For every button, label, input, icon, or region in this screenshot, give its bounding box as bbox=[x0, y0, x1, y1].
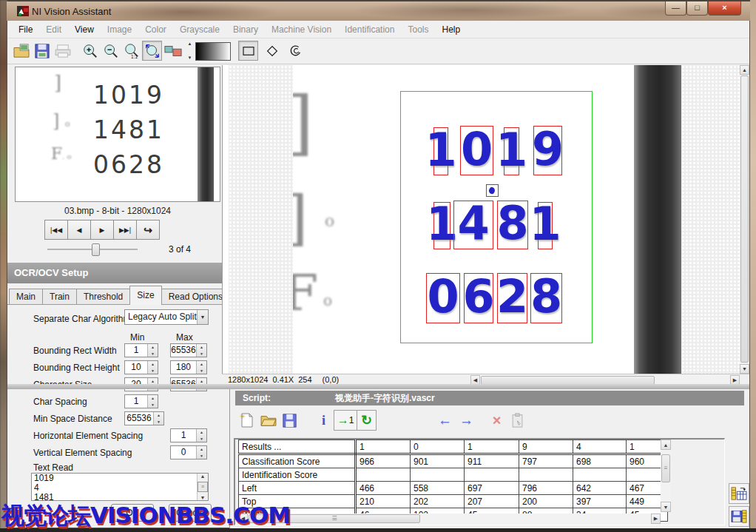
scroll-up-button[interactable]: ▲ bbox=[661, 440, 671, 450]
value: 180 bbox=[171, 361, 196, 374]
tab-train[interactable]: Train bbox=[42, 289, 77, 305]
char-box: 1 bbox=[504, 127, 519, 175]
scroll-down-button[interactable]: ▼ bbox=[661, 502, 671, 512]
tab-size[interactable]: Size bbox=[129, 286, 161, 305]
zoom-1-1-button[interactable]: 1:1 bbox=[121, 41, 141, 61]
roi-annulus-button[interactable] bbox=[286, 41, 306, 61]
menu-grayscale: Grayscale bbox=[173, 22, 226, 37]
run-loop-button[interactable]: ↻ bbox=[357, 410, 377, 431]
image-display-button[interactable] bbox=[163, 41, 183, 61]
palette-stepper[interactable]: ▲ ▼ bbox=[186, 41, 194, 60]
stepper-icon[interactable]: ▲▼ bbox=[153, 412, 163, 425]
scroll-up-button[interactable]: ▲ bbox=[740, 65, 749, 75]
image-horizontal-scrollbar[interactable]: ◀ ▶ bbox=[470, 374, 740, 385]
run-once-button[interactable]: → 1 bbox=[334, 410, 357, 431]
char-box: 0 bbox=[460, 126, 493, 175]
stepper-icon[interactable]: ▲▼ bbox=[196, 446, 206, 459]
stepper-icon[interactable]: ▲▼ bbox=[196, 344, 206, 357]
roi-rotated-rect-button[interactable] bbox=[262, 41, 282, 61]
image-vertical-scrollbar[interactable]: ▲ ▼ bbox=[740, 65, 749, 374]
image-display[interactable]: ] ] o F o 1 0 1 9 1 4 8 1 0 6 2 8 bbox=[222, 65, 740, 374]
first-icon: |◀◀ bbox=[50, 226, 62, 234]
char-box: 6 bbox=[464, 273, 493, 323]
vertical-element-spacing-input[interactable]: 0 ▲▼ bbox=[170, 445, 207, 459]
roi-rectangle[interactable]: 1 0 1 9 1 4 8 1 0 6 2 8 bbox=[400, 91, 593, 343]
results-row: Top 210 202 207 200 397 449 bbox=[239, 495, 668, 508]
script-info-button[interactable]: i bbox=[314, 410, 334, 431]
value: 0 bbox=[171, 446, 196, 459]
thumbnail-preview[interactable]: 1019 1481 0628 ] ] o F. o bbox=[15, 67, 220, 202]
clipboard-icon bbox=[511, 413, 524, 428]
cell bbox=[356, 468, 411, 482]
cell bbox=[519, 468, 573, 482]
open-script-button[interactable] bbox=[258, 410, 278, 431]
scroll-down-button[interactable]: ▼ bbox=[740, 364, 749, 374]
menu-edit: Edit bbox=[39, 22, 68, 37]
image-pair-icon bbox=[164, 45, 182, 57]
step-back-button[interactable]: ← bbox=[435, 410, 455, 431]
char-spacing-input[interactable]: 1 ▲▼ bbox=[124, 394, 158, 408]
results-horizontal-scrollbar[interactable]: ◀ ☰ ▶ bbox=[238, 514, 661, 524]
print-icon bbox=[55, 44, 71, 58]
image-depth-text: 254 bbox=[298, 375, 311, 384]
save-image-button[interactable] bbox=[32, 41, 52, 61]
text-read-output[interactable]: 1019 4 1481 ▲ ≡ ▼ bbox=[31, 473, 209, 501]
stepper-icon[interactable]: ▲▼ bbox=[147, 344, 158, 357]
scroll-up-icon[interactable]: ▲ bbox=[200, 474, 206, 479]
noise-blob bbox=[488, 186, 496, 195]
open-image-button[interactable] bbox=[11, 41, 31, 61]
zoom-to-fit-button[interactable] bbox=[142, 41, 162, 61]
scroll-thumb[interactable]: ≡ bbox=[198, 482, 208, 492]
titlebar-texture bbox=[7, 1, 750, 21]
text-read-scrollbar[interactable]: ▲ ≡ ▼ bbox=[197, 474, 208, 500]
send-results-to-table-button[interactable] bbox=[729, 483, 749, 504]
bounding-rect-height-max-input[interactable]: 180 ▲▼ bbox=[170, 360, 207, 374]
text-read-line: 1019 bbox=[32, 474, 208, 483]
menu-tools: Tools bbox=[401, 22, 435, 37]
stepper-icon[interactable]: ▲▼ bbox=[196, 361, 206, 374]
previous-image-button[interactable]: ◀ bbox=[67, 220, 91, 240]
last-image-button[interactable]: ▶▶| bbox=[113, 220, 137, 240]
image-position-slider-thumb[interactable] bbox=[92, 243, 100, 256]
grayscale-palette[interactable] bbox=[195, 42, 231, 61]
maximize-button[interactable]: □ bbox=[686, 1, 708, 16]
zoom-out-button[interactable] bbox=[101, 41, 121, 61]
new-script-button[interactable]: ✳ bbox=[237, 410, 257, 431]
scroll-thumb[interactable] bbox=[740, 75, 749, 363]
save-results-button[interactable] bbox=[729, 506, 749, 527]
min-space-distance-input[interactable]: 65536 ▲▼ bbox=[124, 411, 164, 425]
title-bar[interactable]: NI Vision Assistant — □ × bbox=[7, 1, 750, 21]
bounding-rect-width-max-input[interactable]: 65536 ▲▼ bbox=[170, 343, 207, 357]
algorithm-dropdown[interactable]: Legacy Auto Split ▼ bbox=[124, 309, 209, 325]
dropdown-arrow-icon[interactable]: ▼ bbox=[197, 310, 208, 324]
step-forward-button[interactable]: → bbox=[456, 410, 476, 431]
tab-read-options[interactable]: Read Options bbox=[161, 289, 230, 305]
next-image-button[interactable]: ▶ bbox=[90, 220, 114, 240]
close-button[interactable]: × bbox=[708, 1, 741, 16]
panel-splitter[interactable] bbox=[7, 384, 749, 389]
bounding-rect-width-min-input[interactable]: 1 ▲▼ bbox=[124, 343, 158, 357]
stepper-icon[interactable]: ▲▼ bbox=[196, 429, 206, 442]
first-image-button[interactable]: |◀◀ bbox=[44, 220, 68, 240]
scroll-right-button[interactable]: ▶ bbox=[651, 514, 661, 524]
menu-help[interactable]: Help bbox=[436, 22, 468, 37]
cycle-images-button[interactable]: ↪ bbox=[136, 220, 160, 240]
bounding-rect-height-min-input[interactable]: 10 ▲▼ bbox=[124, 360, 158, 374]
tab-threshold[interactable]: Threshold bbox=[76, 289, 130, 305]
bounding-rect-height-label: Bounding Rect Height bbox=[33, 363, 120, 373]
roi-rectangle-button[interactable] bbox=[238, 41, 258, 61]
zoom-in-button[interactable] bbox=[80, 41, 100, 61]
stepper-icon[interactable]: ▲▼ bbox=[147, 395, 158, 408]
save-script-button[interactable] bbox=[280, 410, 300, 431]
tab-main[interactable]: Main bbox=[9, 289, 43, 305]
menu-file[interactable]: File bbox=[12, 22, 39, 37]
minimize-button[interactable]: — bbox=[665, 1, 686, 16]
scroll-thumb[interactable]: ≡ bbox=[661, 454, 670, 482]
horizontal-element-spacing-input[interactable]: 1 ▲▼ bbox=[170, 428, 207, 442]
stepper-icon[interactable]: ▲▼ bbox=[147, 361, 158, 374]
results-vertical-scrollbar[interactable]: ▲ ≡ ▼ bbox=[661, 440, 671, 512]
results-header-cell: 9 bbox=[519, 440, 573, 454]
results-table[interactable]: Results ... 1 0 1 9 4 1 Classification S… bbox=[238, 440, 668, 522]
menu-view[interactable]: View bbox=[68, 22, 101, 37]
scroll-down-icon[interactable]: ▼ bbox=[200, 495, 206, 500]
